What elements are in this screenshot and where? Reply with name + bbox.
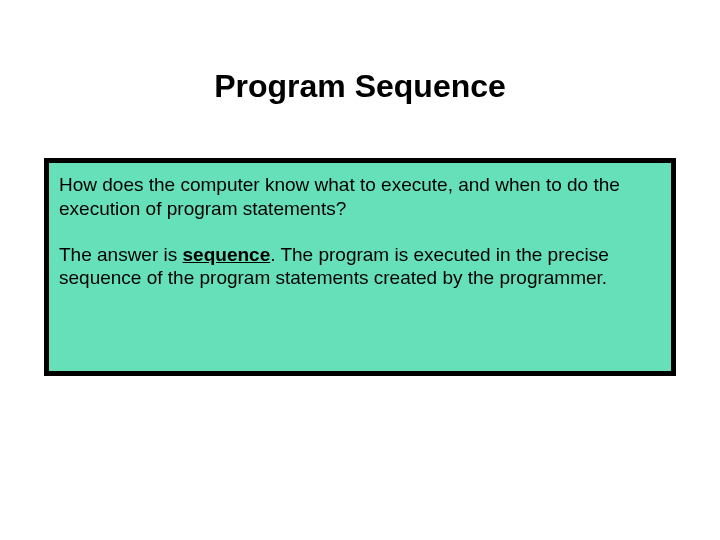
answer-text-part1: The answer is xyxy=(59,244,183,265)
content-box: How does the computer know what to execu… xyxy=(44,158,676,376)
answer-paragraph: The answer is sequence. The program is e… xyxy=(59,243,661,291)
answer-keyword: sequence xyxy=(183,244,271,265)
question-paragraph: How does the computer know what to execu… xyxy=(59,173,661,221)
slide-title: Program Sequence xyxy=(0,68,720,105)
